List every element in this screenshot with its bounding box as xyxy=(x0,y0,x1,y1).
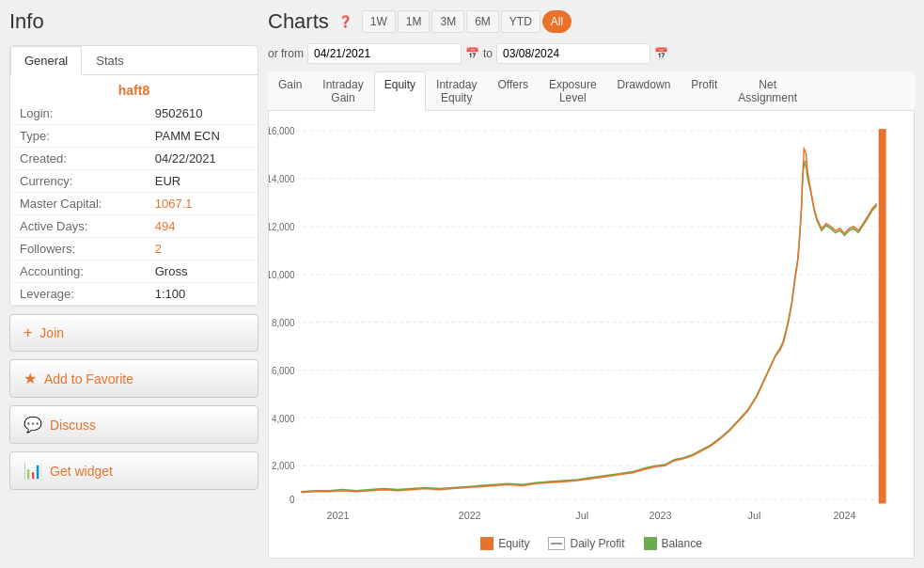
svg-text:14,000: 14,000 xyxy=(269,174,295,184)
tab-general[interactable]: General xyxy=(10,46,82,75)
date-to-input[interactable] xyxy=(496,43,650,64)
field-value: 2 xyxy=(146,238,258,260)
tab-exposure-level[interactable]: ExposureLevel xyxy=(539,71,607,111)
legend-equity: Equity xyxy=(480,537,529,550)
svg-text:4,000: 4,000 xyxy=(272,413,295,423)
svg-text:2024: 2024 xyxy=(834,510,856,521)
svg-text:0: 0 xyxy=(290,495,295,505)
date-range: or from 📅 to 📅 xyxy=(268,43,668,64)
field-label: Followers: xyxy=(10,238,146,260)
period-all[interactable]: All xyxy=(542,10,572,33)
period-3m[interactable]: 3M xyxy=(431,10,464,33)
svg-text:12,000: 12,000 xyxy=(269,222,295,232)
field-value: 1067.1 xyxy=(146,193,258,215)
equity-color xyxy=(480,537,493,550)
tab-bar: General Stats xyxy=(10,46,258,75)
daily-profit-box xyxy=(548,537,565,550)
daily-profit-dash xyxy=(551,543,562,544)
calendar-from-icon: 📅 xyxy=(465,47,479,60)
plus-icon: + xyxy=(23,324,32,341)
field-label: Active Days: xyxy=(10,215,146,238)
field-label: Master Capital: xyxy=(10,193,146,215)
widget-icon: 📊 xyxy=(23,462,42,480)
equity-label: Equity xyxy=(498,537,529,550)
widget-label: Get widget xyxy=(50,464,113,479)
left-panel: Info General Stats haft8 Login:9502610Ty… xyxy=(9,9,258,559)
join-label: Join xyxy=(39,325,64,340)
legend-daily-profit: Daily Profit xyxy=(548,537,624,550)
svg-text:2,000: 2,000 xyxy=(272,461,295,471)
charts-title: Charts xyxy=(268,9,329,34)
svg-text:Jul: Jul xyxy=(575,510,588,521)
tab-intraday-equity[interactable]: IntradayEquity xyxy=(426,71,487,111)
daily-profit-label: Daily Profit xyxy=(570,537,624,550)
tab-profit[interactable]: Profit xyxy=(681,71,728,111)
account-name: haft8 xyxy=(10,75,258,103)
period-buttons: 1W 1M 3M 6M YTD All xyxy=(362,10,572,33)
tab-intraday-gain[interactable]: IntradayGain xyxy=(312,71,373,111)
field-value: 494 xyxy=(146,215,258,238)
chart-svg-container: 16,000 14,000 12,000 10,000 8,000 6,000 … xyxy=(269,111,914,529)
period-6m[interactable]: 6M xyxy=(466,10,499,33)
chart-area: 16,000 14,000 12,000 10,000 8,000 6,000 … xyxy=(268,111,915,559)
date-from-input[interactable] xyxy=(307,43,462,64)
field-value: 9502610 xyxy=(146,103,258,125)
legend-balance: Balance xyxy=(644,537,702,550)
field-label: Login: xyxy=(10,103,146,125)
tab-gain[interactable]: Gain xyxy=(268,71,312,111)
tab-drawdown[interactable]: Drawdown xyxy=(607,71,681,111)
svg-text:2022: 2022 xyxy=(459,510,481,521)
svg-text:10,000: 10,000 xyxy=(269,270,295,280)
svg-text:Jul: Jul xyxy=(748,510,761,521)
discuss-button[interactable]: 💬 Discuss xyxy=(9,405,258,444)
svg-text:8,000: 8,000 xyxy=(272,318,295,328)
svg-text:2021: 2021 xyxy=(327,510,350,521)
to-label: to xyxy=(483,47,493,60)
star-icon: ★ xyxy=(23,370,37,387)
tab-offers[interactable]: Offers xyxy=(487,71,538,111)
period-ytd[interactable]: YTD xyxy=(501,10,540,33)
tab-stats[interactable]: Stats xyxy=(82,46,138,75)
field-value: Gross xyxy=(146,260,258,283)
field-value: 04/22/2021 xyxy=(146,148,258,170)
chat-icon: 💬 xyxy=(23,416,42,434)
period-1m[interactable]: 1M xyxy=(398,10,431,33)
chart-tabs: Gain IntradayGain Equity IntradayEquity … xyxy=(268,71,915,111)
or-from-label: or from xyxy=(268,47,304,60)
tab-equity[interactable]: Equity xyxy=(374,71,426,111)
charts-header: Charts ❓ 1W 1M 3M 6M YTD All or from 📅 t… xyxy=(268,9,915,64)
favorite-button[interactable]: ★ Add to Favorite xyxy=(9,359,258,398)
chart-svg: 16,000 14,000 12,000 10,000 8,000 6,000 … xyxy=(269,111,914,529)
widget-button[interactable]: 📊 Get widget xyxy=(9,451,258,490)
field-label: Currency: xyxy=(10,170,146,193)
favorite-label: Add to Favorite xyxy=(44,371,133,387)
svg-text:6,000: 6,000 xyxy=(272,365,295,375)
tab-net-assignment[interactable]: NetAssignment xyxy=(728,71,807,111)
period-1w[interactable]: 1W xyxy=(362,10,396,33)
discuss-label: Discuss xyxy=(50,418,96,433)
chart-legend: Equity Daily Profit Balance xyxy=(269,529,914,558)
balance-label: Balance xyxy=(662,537,702,550)
join-button[interactable]: + Join xyxy=(9,314,258,352)
info-box: General Stats haft8 Login:9502610Type:PA… xyxy=(9,45,258,307)
balance-color xyxy=(644,537,657,550)
right-panel: Charts ❓ 1W 1M 3M 6M YTD All or from 📅 t… xyxy=(268,9,915,559)
field-value: 1:100 xyxy=(146,283,258,306)
field-value: PAMM ECN xyxy=(146,125,258,148)
help-icon: ❓ xyxy=(338,15,352,28)
svg-rect-18 xyxy=(879,129,886,503)
field-label: Type: xyxy=(10,125,146,148)
svg-text:16,000: 16,000 xyxy=(269,126,295,136)
info-title: Info xyxy=(9,9,258,34)
field-label: Accounting: xyxy=(10,260,146,283)
info-table: Login:9502610Type:PAMM ECNCreated:04/22/… xyxy=(10,103,258,306)
calendar-to-icon: 📅 xyxy=(654,47,668,60)
svg-text:2023: 2023 xyxy=(650,510,672,521)
field-label: Leverage: xyxy=(10,283,146,306)
field-label: Created: xyxy=(10,148,146,170)
field-value: EUR xyxy=(146,170,258,193)
